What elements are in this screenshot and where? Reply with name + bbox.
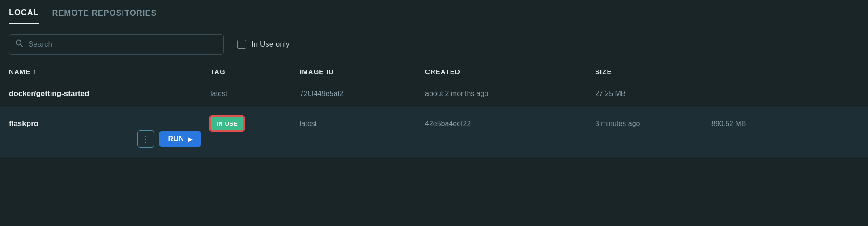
cell-created-1: 3 minutes ago: [595, 120, 711, 128]
col-header-created: CREATED: [425, 68, 595, 75]
cell-name-0: docker/getting-started: [9, 89, 210, 98]
table-header: NAME ↑ TAG IMAGE ID CREATED SIZE: [0, 63, 868, 80]
tab-bar: LOCAL REMOTE REPOSITORIES: [0, 0, 868, 24]
cell-name-1: flaskpro: [9, 119, 210, 128]
sort-arrow-name: ↑: [33, 68, 37, 75]
search-wrapper: [9, 34, 224, 55]
cell-tag-0: latest: [210, 90, 300, 98]
cell-image-id-0: 720f449e5af2: [300, 90, 425, 98]
in-use-filter[interactable]: In Use only: [237, 40, 289, 49]
svg-line-1: [21, 44, 23, 47]
filter-bar: In Use only: [0, 24, 868, 63]
col-header-name[interactable]: NAME ↑: [9, 68, 210, 75]
cell-size-0: 27.25 MB: [595, 90, 711, 98]
in-use-checkbox[interactable]: [237, 40, 246, 49]
table-row: docker/getting-started latest 720f449e5a…: [0, 80, 868, 108]
tab-local[interactable]: LOCAL: [9, 8, 39, 24]
cell-created-0: about 2 months ago: [425, 90, 595, 98]
col-header-image-id: IMAGE ID: [300, 68, 425, 75]
run-label: RUN: [168, 135, 184, 143]
run-arrow-icon: ▶: [188, 136, 192, 143]
run-button[interactable]: RUN ▶: [159, 131, 201, 147]
col-header-actions: [711, 68, 859, 75]
cell-image-id-1: 42e5ba4eef22: [425, 120, 595, 128]
more-icon: ⋮: [142, 134, 150, 144]
cell-size-1: 890.52 MB: [711, 120, 859, 128]
app-container: LOCAL REMOTE REPOSITORIES In Use only NA…: [0, 0, 868, 226]
in-use-badge: IN USE: [210, 117, 244, 130]
search-icon: [15, 39, 23, 50]
table-row: flaskpro IN USE latest 42e5ba4eef22 3 mi…: [0, 108, 868, 157]
more-options-button[interactable]: ⋮: [137, 130, 154, 148]
col-header-size: SIZE: [595, 68, 711, 75]
cell-tag-1: latest: [300, 120, 425, 128]
in-use-label: In Use only: [251, 40, 289, 49]
tab-remote-repositories[interactable]: REMOTE REPOSITORIES: [52, 9, 157, 23]
table-container: NAME ↑ TAG IMAGE ID CREATED SIZE docker/…: [0, 63, 868, 226]
col-header-tag: TAG: [210, 68, 300, 75]
cell-actions-1: ⋮ RUN ▶: [9, 130, 210, 148]
in-use-badge-wrap: IN USE: [210, 117, 300, 130]
search-input[interactable]: [9, 34, 224, 55]
